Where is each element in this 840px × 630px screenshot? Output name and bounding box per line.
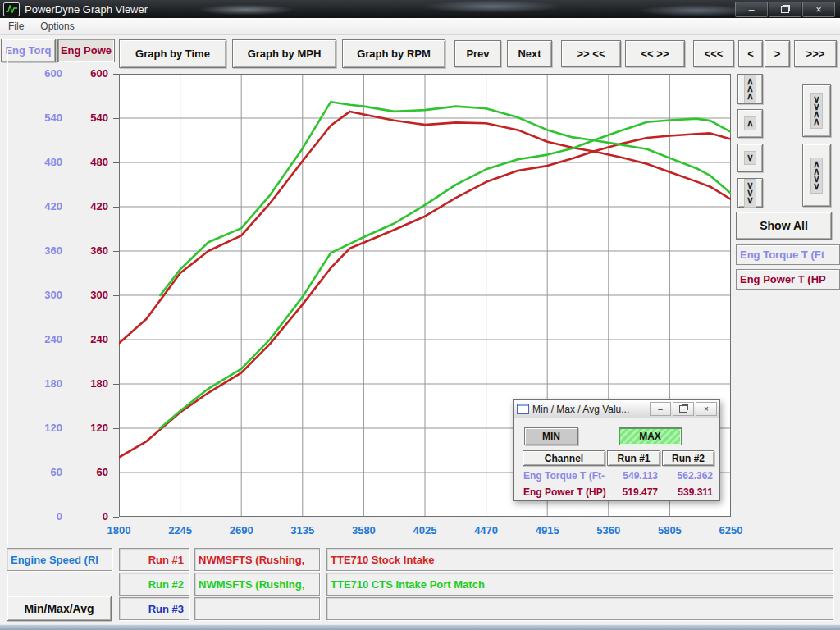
y-scroll-down-button[interactable]: ∨ [737,144,763,172]
x-axis-label: 5360 [584,524,633,536]
x-axis-label: 5805 [645,524,694,536]
y-axis-tick [113,118,119,119]
y-range-expand-button[interactable]: ∧∧∨∨ [802,144,831,207]
up-chevron-icon: ∧ [744,116,756,130]
close-button[interactable]: × [802,2,835,17]
run2-desc-field: TTE710 CTS Intake Port Match [326,573,833,596]
torque-channel-button[interactable]: Eng Torq [1,39,56,62]
panel-border [7,49,7,622]
title-bar: PowerDyne Graph Viewer – × [0,0,840,18]
run1-column-header[interactable]: Run #1 [607,450,660,466]
y-range-contract-button[interactable]: ∨∨∧∧ [802,84,831,137]
minmax-torque-run1-value: 549.113 [607,469,658,482]
run1-file-field: NWMSFTS (Rushing, [194,548,320,571]
y-axis-tick [113,472,119,473]
menu-options[interactable]: Options [32,21,82,32]
y-axis-ticks [113,74,119,517]
zoom-out-button[interactable]: << >> [625,40,685,67]
x-channel-button[interactable]: Engine Speed (RI [7,548,112,571]
channel-column-header[interactable]: Channel [523,450,605,466]
minmax-minimize-button[interactable]: – [650,402,671,416]
y-axis-label: 180 [69,377,108,390]
y-axis-tick [113,428,119,429]
minmax-window-icon [517,404,529,414]
window-bottom-edge [0,624,840,630]
scroll-far-left-button[interactable]: <<< [693,40,734,67]
graph-by-rpm-button[interactable]: Graph by RPM [342,39,445,68]
y-axis-label: 240 [23,333,62,346]
show-all-button[interactable]: Show All [736,212,832,240]
min-tab-button[interactable]: MIN [524,427,578,445]
y-axis-tick [113,162,119,163]
scroll-far-right-button[interactable]: >>> [794,40,837,67]
run2-label[interactable]: Run #2 [119,573,189,596]
minmax-window: Min / Max / Avg Valu... – × MIN MAX Chan… [513,399,720,501]
scroll-left-button[interactable]: < [738,40,763,67]
max-tab-button[interactable]: MAX [619,427,682,445]
restore-button[interactable] [769,2,801,17]
y-axis-tick [113,340,119,340]
x-axis-label: 4470 [462,524,511,536]
y-axis-label: 480 [23,156,62,169]
y-axis-label: 300 [23,289,62,302]
x-axis-label: 4915 [523,524,572,536]
minmax-restore-icon [679,405,687,413]
zoom-in-button[interactable]: >> << [561,40,621,67]
run1-label[interactable]: Run #1 [119,548,189,571]
y-axis-label: 480 [69,156,108,169]
run2-file-field: NWMSFTS (Rushing, [194,573,320,596]
y-axis-label: 60 [23,466,62,479]
minmaxavg-button[interactable]: Min/Max/Avg [7,596,112,621]
y-axis-label: 600 [23,67,62,80]
y-axis-label: 360 [23,244,62,258]
x-axis-label: 3135 [278,524,327,536]
graph-by-mph-button[interactable]: Graph by MPH [232,39,336,68]
y-axis-label: 600 [69,67,108,80]
y-axis-label: 0 [23,510,62,523]
y-scroll-down-fast-button[interactable]: ∨∨∨ [737,178,763,208]
menu-bar: File Options [0,18,840,35]
prev-button[interactable]: Prev [454,40,501,67]
y-axis-label: 360 [69,244,108,258]
next-button[interactable]: Next [507,40,552,67]
x-axis-label: 2245 [156,524,205,536]
minmax-window-titlebar[interactable]: Min / Max / Avg Valu... – × [514,400,719,418]
scroll-right-button[interactable]: > [765,40,790,67]
x-axis-label: 6250 [706,524,756,536]
y-axis-tick [113,74,119,75]
power-channel-button[interactable]: Eng Powe [57,39,115,62]
contract-chevrons-icon: ∨∨∧∧ [810,93,823,129]
triple-down-chevron-icon: ∨∨∨ [744,179,756,208]
y-axis-label: 180 [23,377,62,390]
x-axis-label: 2690 [217,524,266,536]
y-axis-label: 120 [69,422,108,435]
y-axis-label: 420 [69,200,108,213]
y-scroll-up-fast-button[interactable]: ∧∧∧ [737,74,763,104]
window-title: PowerDyne Graph Viewer [25,3,148,16]
expand-chevrons-icon: ∧∧∨∨ [810,158,823,194]
y-axis-tick [113,517,119,518]
restore-icon [781,6,789,13]
down-chevron-icon: ∨ [744,151,756,165]
run3-desc-field [326,597,833,620]
y-axis-label: 60 [69,466,108,479]
minmax-power-run2-value: 539.311 [662,486,713,499]
y-axis-power-labels: 060120180240300360420480540600 [69,74,108,517]
y-axis-label: 120 [23,422,62,435]
minimize-button[interactable]: – [735,2,768,17]
y-axis-label: 300 [69,289,108,302]
graph-by-time-button[interactable]: Graph by Time [119,39,226,68]
minmax-restore-button[interactable] [673,402,694,416]
run3-label[interactable]: Run #3 [119,597,189,620]
power-channel-legend[interactable]: Eng Power T (HP [736,269,840,290]
x-axis-label: 1800 [94,524,144,536]
run2-column-header[interactable]: Run #2 [662,450,714,466]
minmax-close-button[interactable]: × [696,402,717,416]
y-scroll-up-button[interactable]: ∧ [737,109,763,138]
menu-file[interactable]: File [0,21,32,32]
minmax-torque-run2-value: 562.362 [662,469,713,482]
torque-channel-legend[interactable]: Eng Torque T (Ft [736,244,840,265]
y-axis-tick [113,207,119,208]
minmax-window-title: Min / Max / Avg Valu... [532,404,629,415]
y-axis-tick [113,251,119,252]
